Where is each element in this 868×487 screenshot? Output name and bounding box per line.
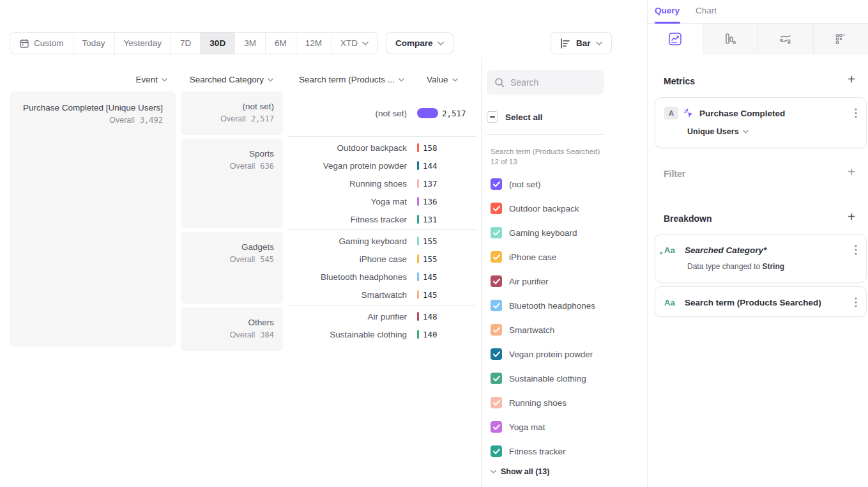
term-value: 145 <box>423 290 438 300</box>
horizontal-bar-chart-icon <box>560 38 571 49</box>
category-cell[interactable]: (not set) Overall2,517 <box>181 91 283 135</box>
value-bar <box>417 272 419 281</box>
data-type-note: Data type changed to String <box>687 262 866 271</box>
report-tab-insights[interactable] <box>648 24 703 54</box>
legend-item[interactable]: Yoga mat <box>491 415 595 439</box>
term-label: Gaming keyboard <box>288 236 407 246</box>
term-row[interactable]: Running shoes 137 <box>288 174 476 192</box>
series-checkbox[interactable] <box>491 203 502 214</box>
search-input[interactable] <box>510 77 593 88</box>
legend-item[interactable]: Fitness tracker <box>491 439 595 463</box>
date-range-button[interactable]: 3M <box>235 33 266 54</box>
select-all-row[interactable]: Select all <box>487 111 543 123</box>
legend-item[interactable]: Outdoor backpack <box>491 196 595 220</box>
series-label: Air purifier <box>509 277 549 286</box>
series-checkbox[interactable] <box>491 227 502 238</box>
term-row[interactable]: Bluetooth headphones 145 <box>288 268 476 286</box>
series-checkbox[interactable] <box>491 397 502 408</box>
date-range-button[interactable]: Custom <box>10 33 73 54</box>
string-property-icon: Aa <box>664 298 680 307</box>
legend-item[interactable]: Gaming keyboard <box>491 220 595 245</box>
add-filter-button[interactable]: + <box>845 166 858 178</box>
kebab-menu-icon[interactable] <box>853 107 858 120</box>
report-tab-funnels[interactable] <box>703 24 758 54</box>
date-range-button[interactable]: 30D <box>201 33 235 54</box>
legend-item[interactable]: iPhone case <box>491 245 595 269</box>
term-row[interactable]: iPhone case 155 <box>288 250 476 268</box>
date-range-segmented-control: Custom Today Yesterday 7D <box>10 32 378 54</box>
value-bar <box>417 108 438 118</box>
category-cell[interactable]: Sports Overall636 <box>181 139 283 228</box>
report-tab-flows[interactable] <box>758 24 813 54</box>
term-row[interactable]: Yoga mat 136 <box>288 192 476 210</box>
select-all-label: Select all <box>505 112 543 122</box>
term-row[interactable]: Gaming keyboard 155 <box>288 232 476 250</box>
legend-item[interactable]: Running shoes <box>491 390 595 415</box>
series-checkbox[interactable] <box>491 324 502 336</box>
series-checkbox[interactable] <box>491 348 502 360</box>
series-checkbox[interactable] <box>491 445 502 457</box>
term-row[interactable]: Air purifier 148 <box>288 307 476 325</box>
category-cell[interactable]: Gadgets Overall545 <box>181 232 283 304</box>
date-range-button[interactable]: XTD <box>331 33 377 54</box>
category-cell[interactable]: Others Overall384 <box>181 307 283 351</box>
chart-type-button[interactable]: Bar <box>551 32 612 54</box>
term-row[interactable]: Vegan protein powder 144 <box>288 157 476 174</box>
legend-item[interactable]: (not set) <box>491 172 595 196</box>
date-range-button[interactable]: 12M <box>296 33 331 54</box>
date-range-button[interactable]: Today <box>73 33 115 54</box>
aggregation-selector[interactable]: Unique Users <box>687 127 866 136</box>
value-bar <box>417 161 419 170</box>
report-tab-retention[interactable] <box>813 24 868 54</box>
chevron-down-icon <box>399 78 404 82</box>
filter-section-title: Filter <box>664 169 685 179</box>
date-range-button[interactable]: 7D <box>171 33 201 54</box>
compare-button[interactable]: Compare <box>386 32 454 54</box>
legend-item[interactable]: Smartwatch <box>491 318 595 342</box>
term-row[interactable]: Fitness tracker 131 <box>288 210 476 228</box>
date-range-button[interactable]: Yesterday <box>115 33 172 54</box>
kebab-menu-icon[interactable] <box>853 244 858 256</box>
kebab-menu-icon[interactable] <box>853 296 858 309</box>
value-bar <box>417 143 419 152</box>
series-checkbox[interactable] <box>491 300 502 311</box>
series-checkbox[interactable] <box>491 178 502 190</box>
term-row[interactable]: Outdoor backpack 158 <box>288 139 476 157</box>
term-value: 144 <box>423 161 438 171</box>
tab-chart[interactable]: Chart <box>696 6 717 15</box>
column-header-event[interactable]: Event <box>10 75 167 84</box>
tab-query[interactable]: Query <box>655 6 680 15</box>
column-header-value[interactable]: Value <box>427 75 459 84</box>
date-range-label: XTD <box>340 38 358 48</box>
date-range-button[interactable]: 6M <box>266 33 296 54</box>
chevron-down-icon <box>491 470 496 474</box>
legend-item[interactable]: Sustainable clothing <box>491 366 595 390</box>
add-metric-button[interactable]: + <box>845 73 858 86</box>
column-header-searched-category[interactable]: Searched Category <box>181 75 273 84</box>
legend-item[interactable]: Vegan protein powder <box>491 342 595 366</box>
series-checkbox[interactable] <box>491 251 502 263</box>
metric-card[interactable]: A Purchase Completed Unique Users <box>655 97 867 148</box>
series-checkbox[interactable] <box>491 275 502 287</box>
series-checkbox[interactable] <box>491 421 502 433</box>
term-row[interactable]: (not set) 2,517 <box>288 91 476 135</box>
legend-item[interactable]: Air purifier <box>491 269 595 293</box>
term-label: (not set) <box>288 109 407 118</box>
chevron-down-icon <box>268 78 273 82</box>
panel-tabs: Query Chart <box>648 0 868 24</box>
select-all-checkbox[interactable] <box>487 111 498 123</box>
term-value: 131 <box>423 215 438 224</box>
breakdown-card-search-term[interactable]: Aa Search term (Products Searched) <box>655 286 867 317</box>
value-bar <box>417 236 419 245</box>
date-range-label: 12M <box>305 38 322 48</box>
column-header-search-term[interactable]: Search term (Products ... <box>291 75 404 84</box>
term-row[interactable]: Smartwatch 145 <box>288 286 476 304</box>
show-all-toggle[interactable]: Show all (13) <box>491 467 549 476</box>
event-cell[interactable]: Purchase Completed [Unique Users] Overal… <box>10 91 176 346</box>
series-checkbox[interactable] <box>491 373 502 384</box>
add-breakdown-button[interactable]: + <box>845 210 858 223</box>
search-icon <box>494 77 505 88</box>
term-row[interactable]: Sustainable clothing 140 <box>288 325 476 343</box>
legend-item[interactable]: Bluetooth headphones <box>491 293 595 318</box>
breakdown-card-searched-category[interactable]: Aa* Searched Category* Data type changed… <box>655 234 867 282</box>
